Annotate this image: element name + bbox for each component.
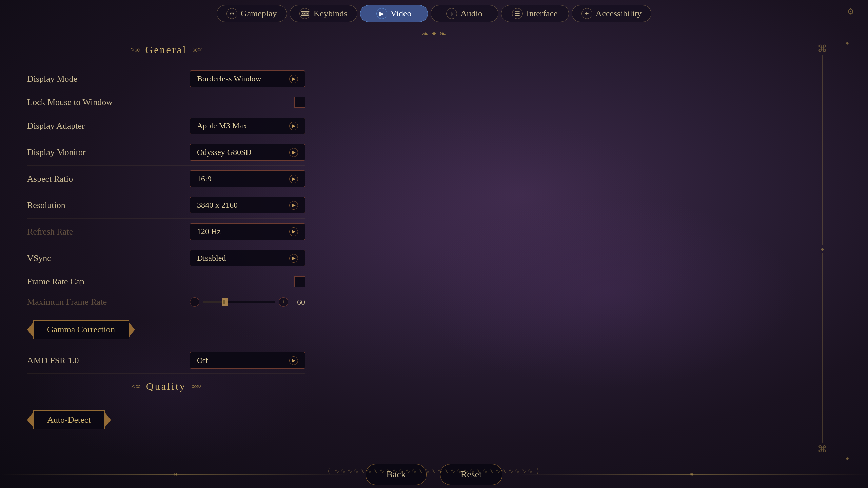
- vsync-control: Disabled ▶: [190, 250, 305, 266]
- quality-section: ≈∞ Quality ∞≈ Auto-Detect: [27, 381, 305, 438]
- slider-handle-decoration: [223, 300, 226, 304]
- bottom-chain: ⟨ ∿∿∿∿∿∿∿∿∿∿∿∿∿∿∿∿∿∿∿∿∿∿∿∿∿∿∿∿∿∿∿ ⟩: [0, 468, 868, 474]
- display-mode-control: Borderless Window ▶: [190, 70, 305, 87]
- display-adapter-arrow: ▶: [289, 122, 298, 130]
- refresh-rate-arrow: ▶: [289, 227, 298, 236]
- tab-accessibility-label: Accessibility: [596, 8, 642, 19]
- quality-section-title: Quality: [146, 381, 186, 392]
- gamma-correction-button[interactable]: Gamma Correction: [33, 320, 129, 339]
- vsync-value: Disabled: [197, 253, 226, 263]
- separator-line-left: [0, 34, 415, 34]
- display-mode-label: Display Mode: [27, 74, 77, 84]
- tab-interface[interactable]: ☰ Interface: [501, 5, 569, 22]
- ornament-bottom: ⌘: [817, 445, 827, 454]
- tab-keybinds[interactable]: ⌨ Keybinds: [290, 5, 357, 22]
- general-ornament-left: ≈∞: [131, 45, 140, 54]
- tab-audio-label: Audio: [460, 8, 482, 19]
- tab-video[interactable]: ▶ Video: [360, 5, 428, 22]
- max-frame-rate-value: 60: [292, 298, 305, 307]
- separator-ornament: ❧ ✦ ❧: [415, 29, 453, 39]
- slider-handle[interactable]: [222, 298, 228, 306]
- scroll-top: ◆: [846, 41, 849, 46]
- scroll-line: [847, 46, 847, 456]
- general-section-title: General: [145, 44, 187, 56]
- general-section-header: ≈∞ General ∞≈: [27, 44, 305, 56]
- vsync-label: VSync: [27, 253, 51, 263]
- ornament-line-bottom: [822, 253, 823, 444]
- max-frame-rate-slider: − + 60: [190, 297, 305, 307]
- auto-detect-row: Auto-Detect: [27, 402, 305, 438]
- settings-container: ≈∞ General ∞≈ Display Mode Borderless Wi…: [27, 44, 305, 438]
- display-monitor-control: Odyssey G80SD ▶: [190, 144, 305, 161]
- lock-mouse-control: [190, 97, 305, 108]
- amd-fsr-arrow: ▶: [289, 356, 298, 365]
- slider-line-2: [224, 300, 225, 304]
- slider-track[interactable]: [203, 301, 275, 303]
- ornament-diamond: ◆: [821, 246, 824, 252]
- refresh-rate-value: 120 Hz: [197, 227, 221, 236]
- tab-keybinds-label: Keybinds: [314, 8, 348, 19]
- aspect-ratio-row: Aspect Ratio 16:9 ▶: [27, 166, 305, 192]
- refresh-rate-dropdown[interactable]: 120 Hz ▶: [190, 223, 305, 240]
- gameplay-icon: ⚙: [226, 8, 237, 19]
- display-monitor-label: Display Monitor: [27, 147, 86, 158]
- frame-rate-cap-row: Frame Rate Cap: [27, 271, 305, 292]
- max-frame-rate-control: − + 60: [190, 297, 305, 307]
- tab-accessibility[interactable]: ✦ Accessibility: [572, 5, 652, 22]
- lock-mouse-label: Lock Mouse to Window: [27, 97, 113, 107]
- quality-ornament-left: ≈∞: [131, 382, 141, 391]
- gamma-btn-arrow-right: [129, 322, 135, 337]
- max-frame-rate-row: Maximum Frame Rate − +: [27, 292, 305, 312]
- tab-interface-label: Interface: [526, 8, 557, 19]
- ornament-top: ⌘: [817, 44, 827, 54]
- auto-detect-button[interactable]: Auto-Detect: [33, 410, 105, 429]
- display-mode-arrow: ▶: [289, 75, 298, 83]
- display-monitor-value: Odyssey G80SD: [197, 148, 252, 157]
- frame-rate-cap-checkbox[interactable]: [294, 276, 305, 287]
- slider-line-3: [226, 300, 226, 304]
- display-adapter-dropdown[interactable]: Apple M3 Max ▶: [190, 118, 305, 134]
- audio-icon: ♪: [446, 8, 457, 19]
- video-icon: ▶: [376, 8, 387, 19]
- accessibility-icon: ✦: [581, 8, 592, 19]
- quality-section-header: ≈∞ Quality ∞≈: [27, 381, 305, 392]
- auto-detect-button-wrapper: Auto-Detect: [27, 410, 111, 429]
- amd-fsr-label: AMD FSR 1.0: [27, 355, 79, 366]
- gamma-correction-row: Gamma Correction: [27, 312, 305, 347]
- amd-fsr-row: AMD FSR 1.0 Off ▶: [27, 347, 305, 374]
- aspect-ratio-label: Aspect Ratio: [27, 174, 73, 184]
- tab-gameplay[interactable]: ⚙ Gameplay: [217, 5, 287, 22]
- slider-line-1: [223, 300, 224, 304]
- slider-decrease-btn[interactable]: −: [190, 297, 199, 307]
- vsync-arrow: ▶: [289, 254, 298, 263]
- top-separator: ❧ ✦ ❧: [0, 27, 868, 41]
- vsync-dropdown[interactable]: Disabled ▶: [190, 250, 305, 266]
- vsync-row: VSync Disabled ▶: [27, 245, 305, 271]
- frame-rate-cap-label: Frame Rate Cap: [27, 277, 84, 287]
- resolution-arrow: ▶: [289, 201, 298, 210]
- lock-mouse-checkbox[interactable]: [294, 97, 305, 108]
- display-mode-row: Display Mode Borderless Window ▶: [27, 66, 305, 92]
- aspect-ratio-value: 16:9: [197, 174, 212, 183]
- general-ornament-right: ∞≈: [192, 45, 202, 54]
- display-mode-dropdown[interactable]: Borderless Window ▶: [190, 70, 305, 87]
- display-adapter-value: Apple M3 Max: [197, 121, 247, 130]
- aspect-ratio-control: 16:9 ▶: [190, 170, 305, 187]
- resolution-value: 3840 x 2160: [197, 201, 238, 210]
- tab-audio[interactable]: ♪ Audio: [431, 5, 498, 22]
- aspect-ratio-dropdown[interactable]: 16:9 ▶: [190, 170, 305, 187]
- tab-video-label: Video: [391, 8, 412, 19]
- display-adapter-control: Apple M3 Max ▶: [190, 118, 305, 134]
- slider-increase-btn[interactable]: +: [279, 297, 288, 307]
- display-monitor-arrow: ▶: [289, 148, 298, 157]
- amd-fsr-dropdown[interactable]: Off ▶: [190, 352, 305, 369]
- tab-gameplay-label: Gameplay: [241, 8, 277, 19]
- display-monitor-dropdown[interactable]: Odyssey G80SD ▶: [190, 144, 305, 161]
- interface-icon: ☰: [512, 8, 523, 19]
- scroll-decoration: ◆ ◆: [846, 41, 848, 461]
- display-adapter-row: Display Adapter Apple M3 Max ▶: [27, 113, 305, 139]
- resolution-control: 3840 x 2160 ▶: [190, 197, 305, 214]
- ornament-line-top: [822, 55, 823, 245]
- auto-detect-arrow-right: [105, 412, 111, 427]
- resolution-dropdown[interactable]: 3840 x 2160 ▶: [190, 197, 305, 214]
